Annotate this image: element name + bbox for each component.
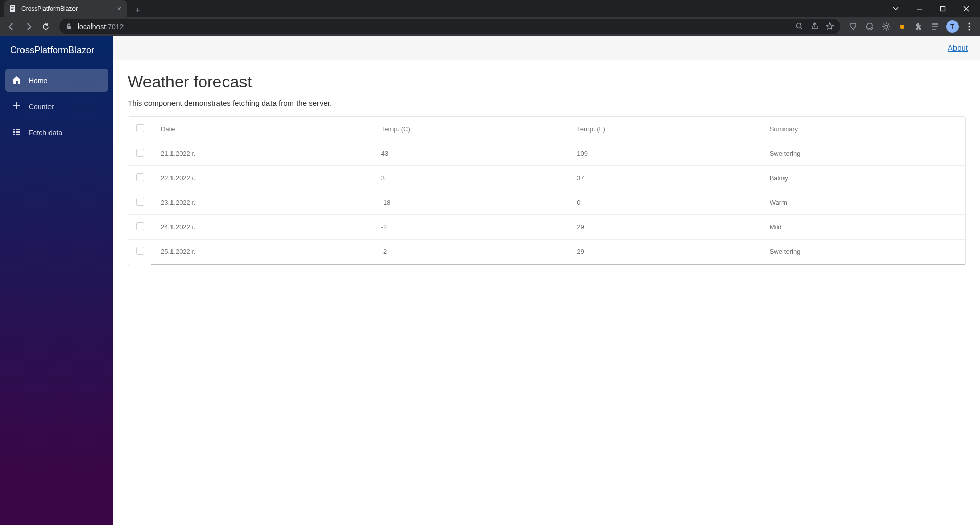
window-controls	[884, 0, 980, 17]
sidebar-item-label: Fetch data	[29, 129, 62, 137]
sidebar-item-label: Home	[29, 77, 47, 85]
col-header-tempc[interactable]: Temp. (C)	[373, 117, 569, 141]
favicon-icon	[9, 5, 17, 13]
row-checkbox[interactable]	[136, 222, 144, 230]
window-minimize-button[interactable]	[908, 1, 931, 16]
page-title: Weather forecast	[128, 73, 966, 91]
extension-icon-4[interactable]	[897, 21, 908, 32]
lock-icon	[65, 23, 72, 30]
about-link[interactable]: About	[948, 43, 968, 52]
cell-date: 23.1.2022 г.	[153, 190, 373, 215]
sidebar-item-home[interactable]: Home	[5, 69, 108, 92]
cell-summary: Warm	[762, 190, 965, 215]
svg-rect-2	[11, 8, 14, 9]
cell-tempc: 43	[373, 141, 569, 166]
svg-point-12	[969, 26, 970, 28]
main-content: About Weather forecast This component de…	[113, 36, 980, 525]
col-header-date[interactable]: Date	[153, 117, 373, 141]
cell-tempc: -2	[373, 240, 569, 264]
cell-tempf: 0	[569, 190, 761, 215]
url-text: localhost:7012	[78, 22, 790, 31]
svg-rect-16	[13, 131, 15, 133]
svg-rect-15	[16, 129, 20, 130]
extension-icons: T	[846, 20, 976, 33]
row-checkbox[interactable]	[136, 173, 144, 181]
sidebar-item-fetchdata[interactable]: Fetch data	[5, 121, 108, 144]
select-all-checkbox[interactable]	[136, 124, 144, 132]
nav-reload-button[interactable]	[39, 19, 53, 34]
col-header-summary[interactable]: Summary	[762, 117, 965, 141]
svg-point-7	[797, 23, 801, 28]
new-tab-button[interactable]: +	[131, 3, 145, 17]
tab-close-icon[interactable]: ×	[117, 5, 121, 12]
cell-date: 21.1.2022 г.	[153, 141, 373, 166]
window-close-button[interactable]	[954, 1, 978, 16]
table-row[interactable]: 21.1.2022 г.43109Sweltering	[128, 141, 965, 166]
cell-tempc: -18	[373, 190, 569, 215]
svg-rect-19	[16, 134, 20, 135]
window-maximize-button[interactable]	[931, 1, 954, 16]
cell-tempf: 29	[569, 215, 761, 240]
svg-rect-1	[11, 6, 14, 7]
extension-icon-1[interactable]	[848, 21, 859, 32]
cell-summary: Sweltering	[762, 141, 965, 166]
kebab-menu-icon[interactable]	[965, 22, 974, 31]
chevron-down-icon[interactable]	[884, 1, 908, 16]
weather-grid: Date Temp. (C) Temp. (F) Summary 21.1.20…	[128, 116, 966, 265]
star-icon[interactable]	[826, 22, 834, 32]
table-row[interactable]: 23.1.2022 г.-180Warm	[128, 190, 965, 215]
extensions-puzzle-icon[interactable]	[914, 21, 924, 32]
sidebar-item-label: Counter	[29, 103, 54, 111]
sidebar-brand: CrossPlatformBlazor	[0, 36, 113, 66]
cell-summary: Sweltering	[762, 240, 965, 264]
plus-icon	[12, 101, 21, 112]
svg-rect-18	[13, 134, 15, 135]
svg-rect-14	[13, 129, 15, 130]
url-host: localhost	[78, 22, 106, 31]
sidebar-item-counter[interactable]: Counter	[5, 95, 108, 118]
reading-list-icon[interactable]	[930, 21, 940, 32]
nav-forward-button[interactable]	[21, 19, 36, 34]
topbar: About	[113, 36, 980, 60]
sidebar: CrossPlatformBlazor Home Counter Fetch d…	[0, 36, 113, 525]
browser-tab[interactable]: CrossPlatformBlazor ×	[4, 0, 127, 17]
cell-tempf: 109	[569, 141, 761, 166]
svg-rect-10	[900, 25, 904, 29]
svg-point-11	[969, 23, 970, 25]
table-row[interactable]: 24.1.2022 г.-229Mild	[128, 215, 965, 240]
row-checkbox[interactable]	[136, 247, 144, 255]
cell-tempf: 29	[569, 240, 761, 264]
cell-summary: Balmy	[762, 166, 965, 190]
share-icon[interactable]	[811, 22, 819, 32]
profile-avatar[interactable]: T	[946, 20, 959, 33]
browser-toolbar: localhost:7012 T	[0, 17, 980, 36]
extension-icon-2[interactable]	[865, 21, 875, 32]
list-icon	[12, 127, 21, 138]
svg-rect-17	[16, 131, 20, 133]
grid-scroll-indicator	[128, 264, 965, 265]
address-bar[interactable]: localhost:7012	[59, 19, 840, 34]
table-header-row: Date Temp. (C) Temp. (F) Summary	[128, 117, 965, 141]
table-row[interactable]: 22.1.2022 г.337Balmy	[128, 166, 965, 190]
cell-tempc: 3	[373, 166, 569, 190]
zoom-icon[interactable]	[795, 22, 803, 32]
cell-date: 25.1.2022 г.	[153, 240, 373, 264]
svg-point-13	[969, 29, 970, 31]
home-icon	[12, 75, 21, 86]
browser-chrome: CrossPlatformBlazor × + localhost:7012	[0, 0, 980, 36]
nav-back-button[interactable]	[4, 19, 18, 34]
table-row[interactable]: 25.1.2022 г.-229Sweltering	[128, 240, 965, 264]
col-header-tempf[interactable]: Temp. (F)	[569, 117, 761, 141]
row-checkbox[interactable]	[136, 198, 144, 206]
cell-date: 22.1.2022 г.	[153, 166, 373, 190]
omnibox-actions	[795, 22, 834, 32]
cell-tempc: -2	[373, 215, 569, 240]
row-checkbox[interactable]	[136, 149, 144, 157]
tab-title: CrossPlatformBlazor	[21, 5, 113, 12]
url-port: :7012	[106, 22, 124, 31]
sidebar-nav: Home Counter Fetch data	[0, 66, 113, 147]
svg-rect-4	[917, 9, 922, 10]
app-root: CrossPlatformBlazor Home Counter Fetch d…	[0, 36, 980, 525]
cell-date: 24.1.2022 г.	[153, 215, 373, 240]
extension-gear-icon[interactable]	[881, 21, 891, 32]
